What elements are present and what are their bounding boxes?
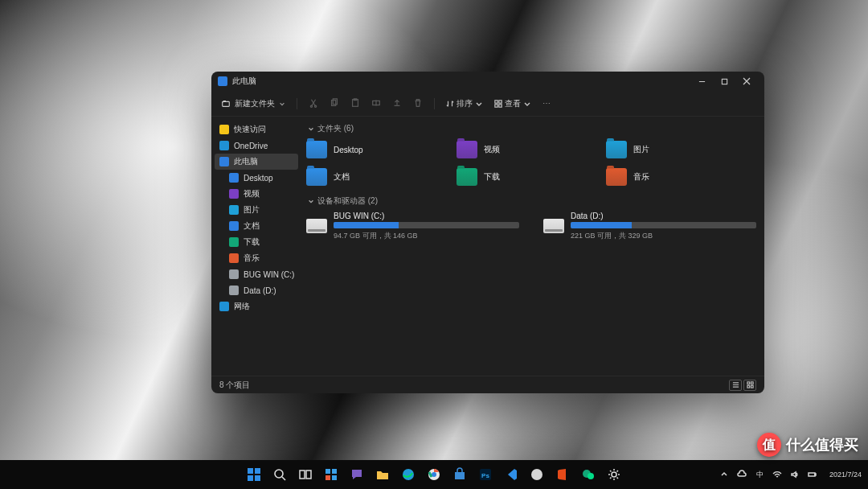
grid-view-icon[interactable] <box>743 380 756 391</box>
tray-wifi-icon[interactable] <box>772 470 782 479</box>
sidebar-item-8[interactable]: 音乐 <box>211 250 301 266</box>
sidebar-item-icon <box>219 157 229 166</box>
sidebar-item-10[interactable]: Data (D:) <box>211 282 301 298</box>
drive-icon <box>306 219 327 233</box>
new-folder-button[interactable]: 新建文件夹 <box>221 98 285 109</box>
drives-section-header[interactable]: 设备和驱动器 (2) <box>308 195 756 207</box>
folders-section-header[interactable]: 文件夹 (6) <box>308 123 756 134</box>
vscode-button[interactable] <box>500 463 522 486</box>
tray-datetime[interactable]: 下午几点钟 2021/7/24 <box>825 471 862 479</box>
sidebar-item-icon <box>229 286 239 295</box>
delete-icon[interactable] <box>413 98 423 109</box>
folder-icon <box>457 168 477 186</box>
close-button[interactable] <box>735 72 758 91</box>
search-button[interactable] <box>268 463 291 486</box>
folder-label: 文档 <box>334 171 350 183</box>
sidebar-item-label: 网络 <box>234 301 250 312</box>
task-view-button[interactable] <box>294 463 317 486</box>
content-area: 文件夹 (6) Desktop视频图片文档下载音乐 设备和驱动器 (2) BUG… <box>301 117 764 376</box>
drive-name: BUG WIN (C:) <box>334 212 519 220</box>
folder-item-2[interactable]: 图片 <box>606 139 756 160</box>
chat-button[interactable] <box>346 463 368 486</box>
photoshop-button[interactable]: Ps <box>474 463 497 486</box>
titlebar[interactable]: 此电脑 <box>211 72 764 91</box>
rename-icon[interactable] <box>371 98 381 109</box>
sidebar-item-icon <box>219 302 229 311</box>
sort-label: 排序 <box>457 98 473 109</box>
sidebar-item-1[interactable]: OneDrive <box>211 138 301 154</box>
edge-button[interactable] <box>397 463 420 486</box>
sidebar-item-icon <box>229 189 239 199</box>
folder-item-3[interactable]: 文档 <box>306 166 457 187</box>
drive-usage-bar <box>571 222 756 228</box>
svg-rect-23 <box>306 471 311 479</box>
svg-text:Ps: Ps <box>481 472 489 479</box>
copy-icon[interactable] <box>330 98 339 109</box>
tray-battery-icon[interactable] <box>808 470 817 479</box>
start-button[interactable] <box>243 463 265 486</box>
drive-item-1[interactable]: Data (D:)221 GB 可用，共 329 GB <box>543 212 756 241</box>
cut-icon[interactable] <box>309 98 318 109</box>
drive-item-0[interactable]: BUG WIN (C:)94.7 GB 可用，共 146 GB <box>306 212 519 241</box>
drive-usage-bar <box>334 222 519 228</box>
tray-chevron-icon[interactable] <box>719 470 729 479</box>
sidebar-item-9[interactable]: BUG WIN (C:) <box>211 266 301 282</box>
sidebar-item-label: 下载 <box>244 236 260 248</box>
svg-point-21 <box>275 470 283 478</box>
sidebar-item-5[interactable]: 图片 <box>211 202 301 218</box>
sidebar-item-icon <box>229 221 239 231</box>
sidebar-item-3[interactable]: Desktop <box>211 170 301 186</box>
settings-button[interactable] <box>603 463 625 486</box>
app-button-1[interactable] <box>526 463 548 486</box>
svg-rect-16 <box>751 385 753 388</box>
folders-header-label: 文件夹 (6) <box>317 123 354 134</box>
tray-onedrive-icon[interactable] <box>737 470 747 479</box>
wechat-button[interactable] <box>577 463 600 486</box>
widgets-button[interactable] <box>320 463 342 486</box>
sidebar-item-2[interactable]: 此电脑 <box>215 154 298 170</box>
folder-icon <box>457 141 477 158</box>
office-button[interactable] <box>551 463 574 486</box>
folder-item-5[interactable]: 音乐 <box>606 166 756 187</box>
new-folder-label: 新建文件夹 <box>235 98 275 109</box>
sidebar-item-icon <box>229 269 239 279</box>
svg-point-33 <box>531 469 542 480</box>
svg-rect-12 <box>499 104 502 106</box>
taskbar-center: Ps <box>243 463 625 486</box>
folder-item-4[interactable]: 下载 <box>457 166 607 187</box>
sidebar-item-0[interactable]: 快速访问 <box>211 121 301 138</box>
folder-item-0[interactable]: Desktop <box>306 139 457 160</box>
tray-language-icon[interactable]: 中 <box>755 470 764 479</box>
share-icon[interactable] <box>392 98 402 109</box>
store-button[interactable] <box>448 463 471 486</box>
folder-icon <box>606 141 627 158</box>
svg-rect-37 <box>809 473 815 476</box>
sidebar-item-6[interactable]: 文档 <box>211 218 301 234</box>
minimize-button[interactable] <box>690 72 713 91</box>
explorer-button[interactable] <box>371 463 394 486</box>
watermark-badge: 值 <box>757 433 781 457</box>
chrome-button[interactable] <box>423 463 445 486</box>
sidebar-item-4[interactable]: 视频 <box>211 186 301 202</box>
view-toggle[interactable] <box>729 380 756 391</box>
maximize-button[interactable] <box>713 72 735 91</box>
more-button[interactable]: ⋯ <box>542 99 551 108</box>
window-title: 此电脑 <box>232 76 256 87</box>
tray-volume-icon[interactable] <box>790 470 800 479</box>
svg-rect-25 <box>332 469 337 474</box>
drives-header-label: 设备和驱动器 (2) <box>317 195 378 207</box>
sidebar: 快速访问OneDrive此电脑Desktop视频图片文档下载音乐BUG WIN … <box>211 117 301 376</box>
svg-rect-24 <box>326 469 330 474</box>
view-button[interactable]: 查看 <box>494 98 531 109</box>
sort-button[interactable]: 排序 <box>446 98 483 109</box>
details-view-icon[interactable] <box>729 380 742 391</box>
svg-rect-38 <box>815 474 816 475</box>
paste-icon[interactable] <box>350 98 360 109</box>
sidebar-item-11[interactable]: 网络 <box>211 298 301 314</box>
statusbar: 8 个项目 <box>211 376 764 393</box>
svg-rect-27 <box>332 475 337 480</box>
sidebar-item-7[interactable]: 下载 <box>211 234 301 250</box>
folder-item-1[interactable]: 视频 <box>457 139 607 160</box>
drive-free-text: 221 GB 可用，共 329 GB <box>571 231 756 241</box>
toolbar-divider <box>434 98 435 109</box>
